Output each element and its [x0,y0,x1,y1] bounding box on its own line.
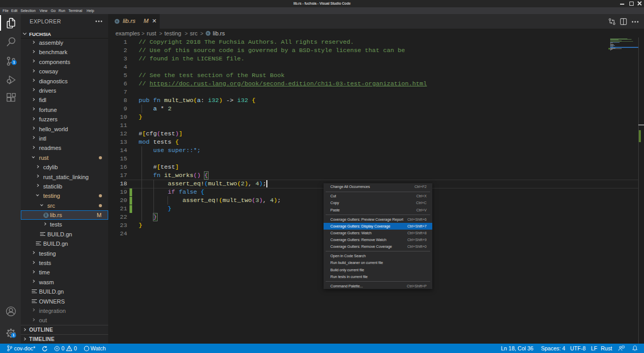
svg-text:R: R [116,19,119,23]
svg-text:R: R [45,213,48,218]
svg-text:R: R [207,31,210,35]
